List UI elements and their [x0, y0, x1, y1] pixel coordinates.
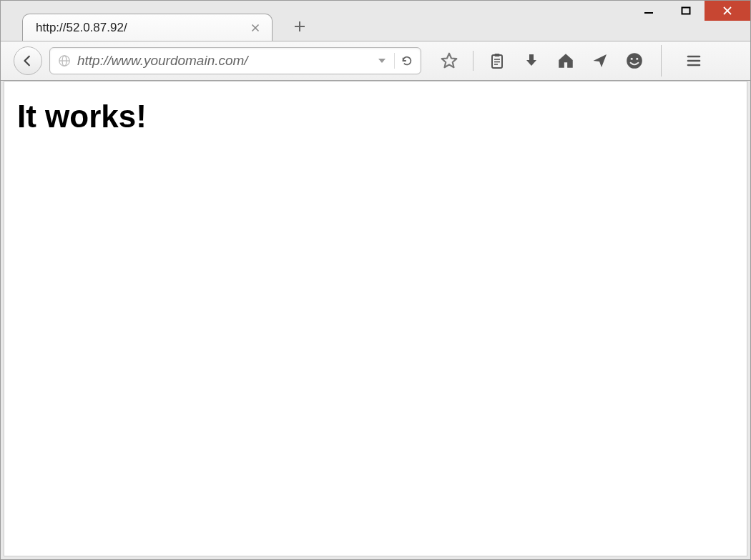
tab-title: http://52.0.87.92/ — [36, 21, 242, 35]
toolbar-icons — [438, 45, 705, 77]
plus-icon — [293, 19, 307, 34]
share-button[interactable] — [589, 50, 611, 72]
back-button[interactable] — [14, 46, 42, 75]
clipboard-button[interactable] — [486, 50, 508, 72]
back-arrow-icon — [21, 54, 34, 67]
chevron-down-icon — [378, 57, 386, 65]
reload-icon — [401, 54, 413, 67]
hamburger-icon — [685, 52, 702, 69]
svg-marker-11 — [378, 59, 386, 63]
feedback-button[interactable] — [624, 50, 645, 72]
close-icon — [251, 24, 260, 32]
paper-plane-icon — [592, 52, 609, 69]
browser-tab[interactable]: http://52.0.87.92/ — [22, 14, 273, 41]
svg-point-20 — [631, 58, 633, 60]
tab-bar: http://52.0.87.92/ — [1, 12, 750, 41]
new-tab-button[interactable] — [287, 14, 313, 39]
svg-point-19 — [627, 53, 642, 69]
separator — [473, 51, 473, 71]
toolbar — [1, 41, 750, 81]
menu-button[interactable] — [683, 50, 705, 72]
home-icon — [556, 51, 575, 70]
address-bar — [49, 47, 421, 74]
page-content: It works! — [4, 81, 747, 556]
tab-close-button[interactable] — [249, 21, 262, 34]
home-button[interactable] — [555, 50, 576, 72]
svg-point-21 — [636, 58, 638, 60]
separator — [661, 45, 662, 77]
url-input[interactable] — [77, 53, 370, 69]
downloads-button[interactable] — [521, 50, 542, 72]
bookmark-button[interactable] — [438, 50, 460, 72]
download-arrow-icon — [523, 52, 540, 69]
svg-marker-18 — [526, 54, 536, 66]
smiley-icon — [625, 51, 644, 70]
globe-icon — [57, 54, 72, 68]
browser-window: http://52.0.87.92/ — [0, 0, 751, 560]
svg-marker-12 — [442, 54, 457, 68]
reload-button[interactable] — [394, 53, 415, 69]
clipboard-icon — [489, 52, 506, 69]
svg-rect-14 — [495, 54, 500, 57]
page-heading: It works! — [17, 99, 734, 134]
star-icon — [440, 51, 458, 70]
address-dropdown-button[interactable] — [376, 54, 388, 67]
